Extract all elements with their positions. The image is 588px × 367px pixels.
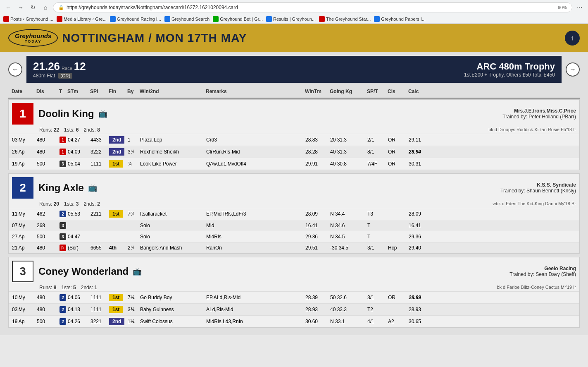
bookmark-papers[interactable]: Greyhound Papers I... <box>374 16 426 22</box>
home-button[interactable]: ⌂ <box>40 2 50 12</box>
cell-cls: OR <box>386 160 407 168</box>
bookmark-bet[interactable]: Greyhound Bet | Gr... <box>213 16 263 22</box>
race-prize: 1st £200 + Trophy, Others £50 Total £450 <box>464 72 555 78</box>
bookmark-favicon <box>374 16 380 22</box>
dog-meta-2: Runs: 20 1sts: 3 2nds: 2 wbk d Eden The … <box>9 200 579 208</box>
bookmark-racing[interactable]: Greyhound Racing I... <box>110 16 161 22</box>
dog-header-3: 3 Coney Wonderland 📺 Geelo Racing Traine… <box>9 257 579 284</box>
race-time: 21.26 <box>33 60 60 73</box>
table-row: 11'My 462 2 05.53 2211 1st 7¾ Itsallarac… <box>9 208 579 220</box>
bookmark-star[interactable]: The Greyhound Star... <box>319 16 371 22</box>
dog-runs-1: Runs: 22 1sts: 6 2nds: 8 <box>39 127 100 133</box>
cell-date: 26'Ap <box>10 148 35 156</box>
bookmark-search[interactable]: Greyhound Search <box>164 16 209 22</box>
cell-going: 40 31.3 <box>329 148 366 156</box>
back-button[interactable]: ← <box>3 2 13 12</box>
dog-meta-3: Runs: 8 1sts: 5 2nds: 1 bk d Farloe Blit… <box>9 284 579 291</box>
table-row: 07'My 268 3 Solo Mid 16.41 N 34.6 T 16.4… <box>9 220 579 231</box>
cell-spt: 2/1 <box>366 136 386 144</box>
bookmark-favicon <box>266 16 272 22</box>
cell-win: Plaza Lep <box>138 136 205 144</box>
next-race-button[interactable]: → <box>566 62 580 77</box>
address-url: https://greyhounds.today/tracks/Nottingh… <box>67 5 555 10</box>
race-title: ARC 480m Trophy <box>464 61 555 72</box>
col-going: Going Kg <box>328 88 365 95</box>
tv-icon-2: 📺 <box>88 183 97 192</box>
dog-section-3: 3 Coney Wonderland 📺 Geelo Racing Traine… <box>8 257 580 328</box>
bookmark-favicon <box>319 16 325 22</box>
dog-owner-3: Geelo Racing Trained by: Sean Davy (Shef… <box>307 266 576 277</box>
dog-breed-1: bk d Droopys Roddick-Killian Rosie Fb'18… <box>488 127 576 133</box>
col-win2nd: Win/2nd <box>138 88 204 95</box>
col-spl: SPl <box>88 88 107 95</box>
site-header: Greyhounds TODAY Nottingham / Mon 17th M… <box>0 24 588 52</box>
zoom-level: 90% <box>558 5 567 10</box>
dog-header-2: 2 King Axle 📺 K.S.S. Syndicate Trained b… <box>9 174 579 200</box>
cell-calc: 30.31 <box>407 160 436 168</box>
bookmark-favicon <box>3 16 9 22</box>
cell-spt: 8/1 <box>366 148 386 156</box>
cell-wintm: 28.28 <box>304 148 329 156</box>
cell-calc: 28.94 <box>407 148 436 156</box>
cell-by: 1 <box>126 136 138 144</box>
cell-cls: OR <box>386 148 407 156</box>
cell-fin: 1st <box>107 159 126 168</box>
cell-stm: 04.27 <box>66 136 89 144</box>
cell-fin: 2nd <box>107 135 126 144</box>
table-row: 21'Ap 480 🏳 (Scr) 6655 4th 2¼ Bangers An… <box>9 242 579 253</box>
browser-toolbar: ← → ↻ ⌂ 🔒 https://greyhounds.today/track… <box>0 0 588 15</box>
dog-section-2: 2 King Axle 📺 K.S.S. Syndicate Trained b… <box>8 173 580 254</box>
race-time-row: 21.26 Race 12 <box>33 60 86 73</box>
cell-dis: 500 <box>35 160 58 168</box>
dog-badge-3: 3 <box>12 261 33 282</box>
table-row: 03'My 480 2 04.13 1111 1st 3¾ Baby Guinn… <box>9 303 579 315</box>
bookmark-posts[interactable]: Posts ‹ Greyhound ... <box>3 16 53 22</box>
bookmark-favicon <box>110 16 116 22</box>
address-bar[interactable]: 🔒 https://greyhounds.today/tracks/Nottin… <box>53 2 572 12</box>
bookmark-favicon <box>57 16 62 22</box>
cell-trap: 1 <box>58 136 66 144</box>
prev-race-button[interactable]: ← <box>8 62 22 77</box>
cell-trap: 3 <box>58 160 66 168</box>
col-stm: STm <box>66 88 88 95</box>
col-by: By <box>126 88 138 95</box>
site-logo: Greyhounds TODAY <box>8 29 58 47</box>
cell-wintm: 28.83 <box>304 136 329 144</box>
cell-spl: 1111 <box>89 160 107 168</box>
reload-button[interactable]: ↻ <box>28 2 38 12</box>
forward-button[interactable]: → <box>16 2 26 12</box>
cell-spt: 7/4F <box>366 160 386 168</box>
cell-calc: 29.11 <box>407 136 436 144</box>
cell-dis: 480 <box>35 136 58 144</box>
lock-icon: 🔒 <box>58 5 64 10</box>
col-cls: Cls <box>386 88 407 95</box>
col-fin: Fin <box>107 88 126 95</box>
cell-by: ¾ <box>126 160 138 168</box>
bookmarks-bar: Posts ‹ Greyhound ... Media Library ‹ Gr… <box>0 15 588 24</box>
bookmark-results[interactable]: Results | Greyhoun... <box>266 16 316 22</box>
race-number: 12 <box>74 60 86 73</box>
logo-text-main: Greyhounds <box>15 32 51 39</box>
cell-spl: 3222 <box>89 148 107 156</box>
bookmark-favicon <box>164 16 170 22</box>
logo-area: Greyhounds TODAY Nottingham / Mon 17th M… <box>8 29 247 47</box>
scroll-up-button[interactable]: ↑ <box>565 31 580 46</box>
logo-text-sub: TODAY <box>15 39 51 43</box>
race-dist-row: 480m Flat (OR) <box>33 73 86 79</box>
col-date: Date <box>10 88 35 95</box>
dog-badge-1: 1 <box>12 103 33 125</box>
col-spt: SP/T <box>365 88 386 95</box>
race-header: ← 21.26 Race 12 480m Flat (OR) ARC 480m … <box>8 56 580 83</box>
cell-date: 03'My <box>10 136 35 144</box>
cell-date: 19'Ap <box>10 160 35 168</box>
table-row: 19'Ap 500 2 04.26 3221 2nd 1¼ Swift Colo… <box>9 315 579 327</box>
dog-name-1: Doolin King <box>38 108 94 120</box>
dog-badge-2: 2 <box>12 177 33 199</box>
menu-button[interactable]: ⋯ <box>575 2 585 12</box>
bookmark-media[interactable]: Media Library ‹ Gre... <box>57 16 107 22</box>
table-row: 19'Ap 500 3 05.04 1111 1st ¾ Look Like P… <box>9 158 579 170</box>
race-info-box: 21.26 Race 12 480m Flat (OR) ARC 480m Tr… <box>26 56 562 83</box>
table-row: 03'My 480 1 04.27 4433 2nd 1 Plaza Lep C… <box>9 134 579 146</box>
race-time-section: 21.26 Race 12 480m Flat (OR) <box>33 60 86 79</box>
col-remarks: Remarks <box>204 88 303 95</box>
